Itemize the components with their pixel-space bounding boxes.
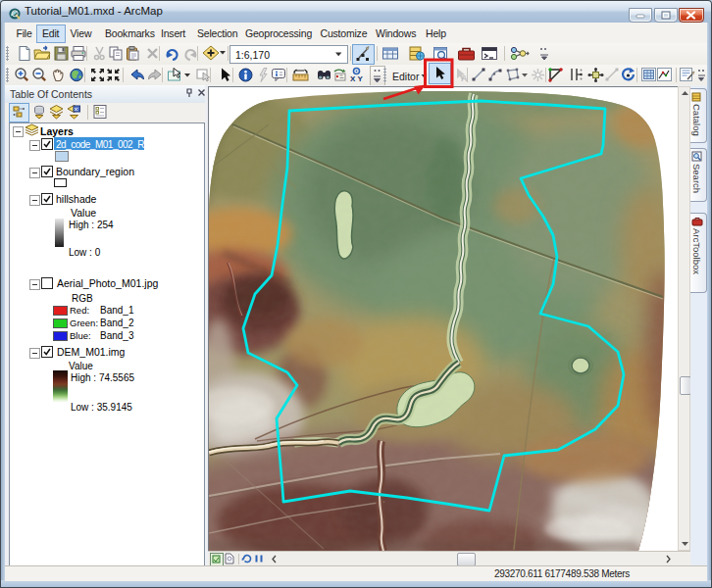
svg-text:X: X bbox=[350, 74, 356, 83]
svg-text:Y: Y bbox=[358, 74, 364, 83]
